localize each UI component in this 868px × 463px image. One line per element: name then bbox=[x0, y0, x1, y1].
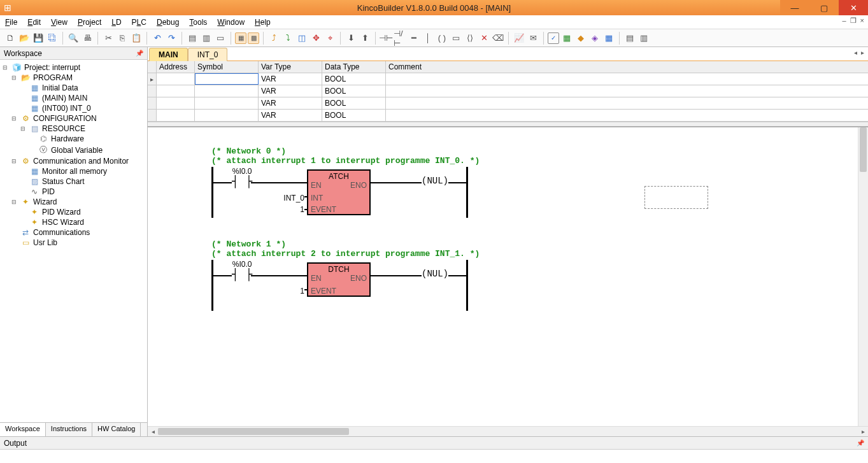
doctab-main[interactable]: MAIN bbox=[149, 48, 188, 61]
tool-3-icon[interactable]: ◆ bbox=[574, 32, 587, 45]
print-preview-icon[interactable]: 🔍 bbox=[67, 32, 80, 45]
grid-icon[interactable]: ▦ bbox=[602, 32, 615, 45]
tree-root[interactable]: Project: interrupt bbox=[24, 63, 80, 72]
close-button[interactable]: ✕ bbox=[839, 0, 868, 15]
move-icon[interactable]: ✥ bbox=[309, 32, 322, 45]
pin-icon[interactable]: 📌 bbox=[857, 439, 864, 446]
undo-icon[interactable]: ↶ bbox=[151, 32, 164, 45]
download-icon[interactable]: ⬇ bbox=[345, 32, 357, 45]
print-icon[interactable]: 🖶 bbox=[81, 32, 94, 45]
toggle-a-icon[interactable]: ▦ bbox=[235, 32, 246, 44]
contact-icon[interactable]: ┤ ├ bbox=[232, 270, 252, 279]
insert-row-icon[interactable]: ▤ bbox=[186, 32, 199, 45]
menu-window[interactable]: Window bbox=[217, 18, 245, 27]
net0-block[interactable]: ATCH EN ENO INT EVENT bbox=[307, 169, 371, 215]
net0-coil[interactable]: (NUL) bbox=[422, 176, 448, 186]
tree-int0[interactable]: (INT00) INT_0 bbox=[42, 104, 91, 113]
hline-icon[interactable]: ━ bbox=[408, 32, 420, 45]
net1-coil[interactable]: (NUL) bbox=[422, 269, 448, 279]
menu-help[interactable]: Help bbox=[255, 18, 271, 27]
save-icon[interactable]: 💾 bbox=[32, 32, 45, 45]
variable-grid[interactable]: Address Symbol Var Type Data Type Commen… bbox=[148, 61, 868, 122]
redo-icon[interactable]: ↷ bbox=[165, 32, 178, 45]
wstab-instructions[interactable]: Instructions bbox=[46, 423, 92, 436]
tool-1-icon[interactable]: ✓ bbox=[548, 32, 559, 44]
wstab-hwcatalog[interactable]: HW Catalog bbox=[92, 423, 141, 436]
tool-2-icon[interactable]: ▦ bbox=[560, 32, 573, 45]
open-icon[interactable]: 📂 bbox=[18, 32, 31, 45]
net1-block[interactable]: DTCH EN ENO EVENT bbox=[307, 262, 371, 297]
tree-main[interactable]: (MAIN) MAIN bbox=[42, 94, 87, 103]
tree-global-var[interactable]: Global Variable bbox=[51, 146, 103, 155]
vertical-scrollbar[interactable] bbox=[858, 127, 868, 426]
col-vartype[interactable]: Var Type bbox=[259, 61, 322, 73]
menu-file[interactable]: File bbox=[5, 18, 17, 27]
tree-resource[interactable]: RESOURCE bbox=[42, 124, 85, 133]
scroll-right-icon[interactable]: ▸ bbox=[858, 427, 868, 436]
copy-icon[interactable]: ⎘ bbox=[116, 32, 129, 45]
contact-no-icon[interactable]: ⊣⊢ bbox=[380, 32, 392, 45]
delete-row-icon[interactable]: ▥ bbox=[200, 32, 213, 45]
new-icon[interactable]: 🗋 bbox=[4, 32, 17, 45]
wstab-workspace[interactable]: Workspace bbox=[0, 423, 46, 436]
menu-debug[interactable]: Debug bbox=[157, 18, 179, 27]
grid-row[interactable]: VAR BOOL bbox=[148, 85, 868, 97]
tree-communications[interactable]: Communications bbox=[33, 228, 90, 237]
mail-icon[interactable]: ✉ bbox=[527, 32, 539, 45]
col-comment[interactable]: Comment bbox=[386, 61, 551, 73]
branch-icon[interactable]: ⟨⟩ bbox=[464, 32, 476, 45]
grid-cell-selected[interactable] bbox=[195, 73, 259, 85]
upload-icon[interactable]: ⬆ bbox=[359, 32, 371, 45]
minimize-button[interactable]: — bbox=[780, 0, 809, 15]
pin-icon[interactable]: 📌 bbox=[136, 50, 143, 57]
nav-up-icon[interactable]: ⤴ bbox=[267, 32, 280, 45]
align-l-icon[interactable]: ▤ bbox=[623, 32, 636, 45]
block-icon[interactable]: ▭ bbox=[214, 32, 227, 45]
tree-initial-data[interactable]: Initial Data bbox=[42, 83, 78, 92]
nav-down-icon[interactable]: ⤵ bbox=[281, 32, 294, 45]
maximize-button[interactable]: ▢ bbox=[809, 0, 839, 15]
doctab-int0[interactable]: INT_0 bbox=[188, 48, 228, 61]
tree-usr-lib[interactable]: Usr Lib bbox=[33, 238, 57, 247]
horizontal-scrollbar[interactable]: ◂ ▸ bbox=[148, 426, 868, 436]
menu-plc[interactable]: PLC bbox=[132, 18, 146, 27]
tree-status-chart[interactable]: Status Chart bbox=[42, 177, 85, 186]
mdi-close[interactable]: × bbox=[860, 17, 864, 25]
project-tree[interactable]: ⊟🧊Project: interrupt ⊟PROGRAM Initial Da… bbox=[0, 60, 147, 422]
toggle-b-icon[interactable]: ▩ bbox=[248, 32, 259, 44]
tree-pid[interactable]: PID bbox=[42, 187, 55, 196]
tree-program[interactable]: PROGRAM bbox=[33, 73, 73, 82]
tree-configuration[interactable]: CONFIGURATION bbox=[33, 114, 97, 123]
mdi-minimize[interactable]: – bbox=[842, 17, 846, 25]
align-r-icon[interactable]: ▥ bbox=[637, 32, 650, 45]
col-symbol[interactable]: Symbol bbox=[195, 61, 259, 73]
tree-wizard[interactable]: Wizard bbox=[33, 197, 57, 206]
menu-tools[interactable]: Tools bbox=[189, 18, 207, 27]
fb-icon[interactable]: ▭ bbox=[450, 32, 462, 45]
cut-icon[interactable]: ✂ bbox=[102, 32, 115, 45]
grid-row[interactable]: VAR BOOL bbox=[148, 110, 868, 122]
menu-view[interactable]: View bbox=[51, 18, 68, 27]
window-icon[interactable]: ◫ bbox=[295, 32, 308, 45]
tabnav-right-icon[interactable]: ▸ bbox=[861, 49, 864, 56]
tool-4-icon[interactable]: ◈ bbox=[588, 32, 601, 45]
menu-ld[interactable]: LD bbox=[111, 18, 121, 27]
coil-icon[interactable]: ( ) bbox=[436, 32, 448, 45]
saveall-icon[interactable]: ⿻ bbox=[46, 32, 59, 45]
col-datatype[interactable]: Data Type bbox=[322, 61, 386, 73]
tree-pid-wizard[interactable]: PID Wizard bbox=[42, 208, 81, 217]
menu-edit[interactable]: Edit bbox=[27, 18, 41, 27]
scroll-left-icon[interactable]: ◂ bbox=[148, 427, 158, 436]
col-address[interactable]: Address bbox=[157, 61, 195, 73]
vline-icon[interactable]: │ bbox=[422, 32, 434, 45]
contact-nc-icon[interactable]: ⊣/⊢ bbox=[394, 32, 406, 45]
mdi-restore[interactable]: ❐ bbox=[850, 17, 857, 25]
tree-comm-monitor[interactable]: Communication and Monitor bbox=[33, 157, 129, 166]
ladder-editor[interactable]: (* Network 0 *) (* attach interrupt 1 to… bbox=[148, 127, 868, 426]
contact-icon[interactable]: ┤ ├ bbox=[232, 177, 252, 186]
wipe-icon[interactable]: ⌫ bbox=[492, 32, 504, 45]
grid-row[interactable]: VAR BOOL bbox=[148, 97, 868, 110]
chart-icon[interactable]: 📈 bbox=[513, 32, 525, 45]
center-icon[interactable]: ⌖ bbox=[324, 32, 336, 45]
delete-icon[interactable]: ✕ bbox=[478, 32, 490, 45]
